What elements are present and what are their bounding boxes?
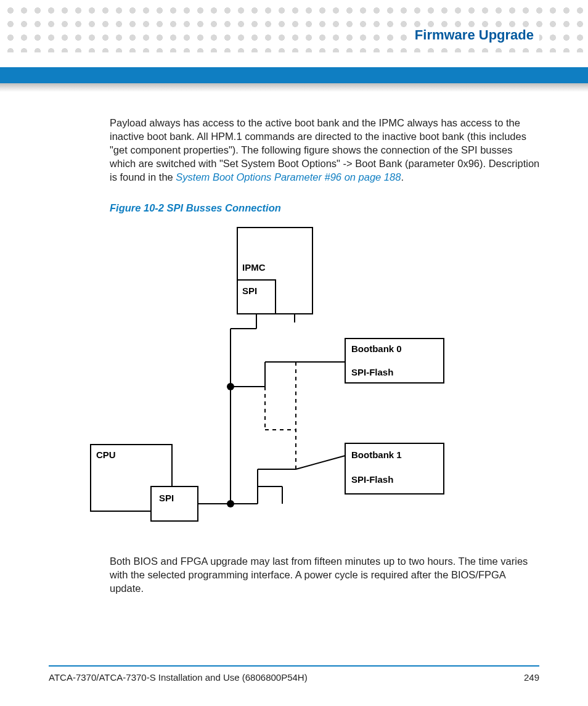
main-content: Payload always has access to the active …: [110, 116, 541, 595]
spi-busses-diagram: IPMC SPI Bootbank 0 SPI-Flash Bootbank 1…: [110, 221, 541, 548]
header-blue-bar: [0, 67, 588, 83]
svg-rect-5: [151, 486, 198, 521]
header-dot-background: [0, 0, 588, 52]
closing-paragraph: Both BIOS and FPGA upgrade may last from…: [110, 554, 541, 595]
diagram-label-bootbank1: Bootbank 1: [351, 449, 402, 460]
header-shadow: [0, 83, 588, 92]
footer-doc-title: ATCA-7370/ATCA-7370-S Installation and U…: [49, 672, 308, 683]
svg-line-17: [296, 456, 345, 469]
figure-caption: Figure 10-2 SPI Busses Connection: [110, 202, 541, 214]
diagram-label-spiflash1: SPI-Flash: [351, 474, 393, 485]
diagram-label-bootbank0: Bootbank 0: [351, 343, 402, 354]
diagram-label-spiflash0: SPI-Flash: [351, 367, 393, 377]
para1-text-b: .: [401, 171, 404, 183]
footer-rule: [49, 665, 539, 667]
diagram-label-cpu: CPU: [96, 449, 116, 460]
diagram-label-ipmc: IPMC: [242, 262, 266, 273]
cross-ref-link[interactable]: System Boot Options Parameter #96 on pag…: [176, 171, 401, 183]
diagram-label-cpu-spi: SPI: [159, 493, 174, 503]
footer-page-number: 249: [524, 672, 539, 683]
chapter-title: Firmware Upgrade: [411, 27, 537, 43]
intro-paragraph: Payload always has access to the active …: [110, 116, 541, 184]
diagram-label-ipmc-spi: SPI: [242, 285, 257, 296]
